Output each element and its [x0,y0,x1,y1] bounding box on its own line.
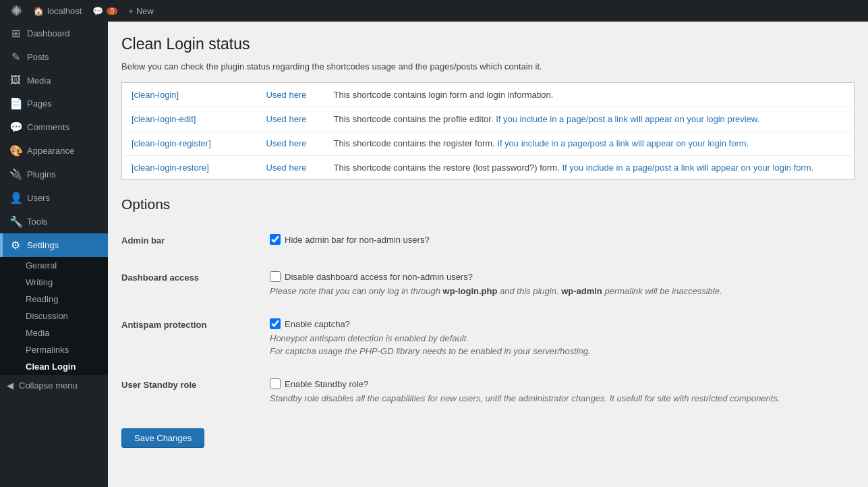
admin-bar-checkbox-label: Hide admin bar for non-admin users? [285,235,430,245]
dashboard-icon: ⊞ [9,27,22,40]
sidebar-label-users: Users [27,193,50,203]
comments-count: 0 [107,7,117,15]
sidebar-item-comments[interactable]: 💬 Comments [0,115,108,139]
sidebar-item-settings[interactable]: ⚙ Settings [0,233,108,257]
shortcode-desc-highlight-4: If you include in a page/post a link wil… [562,163,813,173]
shortcode-name-4[interactable]: [clean-login-restore] [122,156,257,180]
dashboard-access-note-bold1: wp-login.php [443,286,498,296]
antispam-checkbox-label: Enable captcha? [285,319,350,329]
sidebar-item-pages[interactable]: 📄 Pages [0,92,108,115]
submenu-item-permalinks[interactable]: Permalinks [0,341,108,358]
home-icon: 🏠 [33,6,44,16]
appearance-icon: 🎨 [9,144,22,157]
sidebar-item-dashboard[interactable]: ⊞ Dashboard [0,22,108,45]
dashboard-access-label[interactable]: Disable dashboard access for non-admin u… [270,271,855,282]
option-label-dashboard-access: Dashboard access [121,271,270,283]
collapse-menu-button[interactable]: ◀ Collapse menu [0,375,108,396]
collapse-label: Collapse menu [19,380,78,391]
sidebar-item-media[interactable]: 🖼 Media [0,69,108,92]
option-row-admin-bar: Admin bar Hide admin bar for non-admin u… [121,223,855,260]
dashboard-access-note: Please note that you can only log in thr… [270,286,855,296]
shortcode-desc-highlight-2: If you include in a page/post a link wil… [496,114,759,124]
wp-logo-icon[interactable]: ✺ [5,3,28,19]
option-row-antispam: Antispam protection Enable captcha? Hone… [121,308,855,368]
shortcode-desc-4: This shortcode contains the restore (los… [324,156,855,180]
shortcode-row-2: [clean-login-edit] Used here This shortc… [122,107,855,132]
adminbar-new[interactable]: + New [123,6,159,16]
sidebar-label-settings: Settings [27,240,59,250]
shortcode-used-3[interactable]: Used here [257,132,324,156]
admin-bar-checkbox[interactable] [270,234,281,245]
shortcode-name-3[interactable]: [clean-login-register] [122,132,257,156]
sidebar-item-posts[interactable]: ✎ Posts [0,45,108,69]
plugins-icon: 🔌 [9,168,22,181]
shortcode-name-1[interactable]: [clean-login] [122,83,257,107]
collapse-icon: ◀ [7,380,13,391]
sidebar-label-appearance: Appearance [27,146,74,156]
option-content-standby-role: Enable Standby role? Standby role disabl… [270,378,855,403]
option-label-standby-role: User Standby role [121,378,270,390]
main-content: Clean Login status Below you can check t… [108,22,868,487]
submenu-item-clean-login[interactable]: Clean Login [0,358,108,375]
save-changes-button[interactable]: Save Changes [121,428,204,448]
standby-role-checkbox-label: Enable Standby role? [285,379,368,389]
submenu-item-media-settings[interactable]: Media [0,324,108,341]
standby-role-label[interactable]: Enable Standby role? [270,378,855,389]
sidebar-label-plugins: Plugins [27,169,56,179]
standby-role-checkbox[interactable] [270,378,281,389]
shortcode-desc-2: This shortcode contains the profile edit… [324,107,855,132]
shortcode-desc-1: This shortcode contains login form and l… [324,83,855,107]
submenu-item-reading[interactable]: Reading [0,291,108,308]
shortcode-name-2[interactable]: [clean-login-edit] [122,107,257,132]
comments-icon: 💬 [92,6,103,16]
page-title: Clean Login status [121,35,855,53]
sidebar-label-tools: Tools [27,217,47,227]
save-section: Save Changes [121,415,855,461]
sidebar-item-users[interactable]: 👤 Users [0,186,108,210]
shortcode-used-2[interactable]: Used here [257,107,324,132]
sidebar-item-appearance[interactable]: 🎨 Appearance [0,139,108,163]
settings-icon: ⚙ [9,239,22,252]
sidebar-label-media: Media [27,76,51,86]
posts-icon: ✎ [9,51,22,63]
shortcode-used-1[interactable]: Used here [257,83,324,107]
shortcode-desc-text-1: This shortcode contains login form and l… [334,90,554,100]
submenu-item-discussion[interactable]: Discussion [0,308,108,324]
shortcode-row-4: [clean-login-restore] Used here This sho… [122,156,855,180]
antispam-note1: Honeypot antispam detection is enabled b… [270,333,855,343]
shortcode-desc-highlight-3: If you include in a page/post a link wil… [497,138,749,148]
submenu-item-general[interactable]: General [0,257,108,274]
option-content-admin-bar: Hide admin bar for non-admin users? [270,234,855,249]
antispam-checkbox[interactable] [270,318,281,329]
new-label: New [136,6,154,16]
sidebar-item-plugins[interactable]: 🔌 Plugins [0,163,108,186]
shortcode-row-3: [clean-login-register] Used here This sh… [122,132,855,156]
sidebar: ⊞ Dashboard ✎ Posts 🖼 Media 📄 Pages 💬 Co… [0,22,108,487]
dashboard-access-checkbox-label: Disable dashboard access for non-admin u… [285,272,473,282]
option-content-dashboard-access: Disable dashboard access for non-admin u… [270,271,855,296]
shortcode-desc-3: This shortcode contains the register for… [324,132,855,156]
option-label-antispam: Antispam protection [121,318,270,330]
shortcode-row-1: [clean-login] Used here This shortcode c… [122,83,855,107]
site-name: localhost [47,6,82,16]
sidebar-item-tools[interactable]: 🔧 Tools [0,210,108,233]
dashboard-access-note-bold2: wp-admin [561,286,602,296]
media-icon: 🖼 [9,74,22,86]
comments-menu-icon: 💬 [9,121,22,134]
option-row-dashboard-access: Dashboard access Disable dashboard acces… [121,260,855,308]
antispam-label[interactable]: Enable captcha? [270,318,855,329]
option-row-standby-role: User Standby role Enable Standby role? S… [121,368,855,415]
admin-bar: ✺ 🏠 localhost 💬 0 + New [0,0,868,22]
submenu-item-writing[interactable]: Writing [0,274,108,291]
shortcode-used-4[interactable]: Used here [257,156,324,180]
dashboard-access-checkbox[interactable] [270,271,281,282]
standby-role-note: Standby role disables all the capabiliti… [270,393,855,403]
settings-submenu: General Writing Reading Discussion Media… [0,257,108,375]
page-description: Below you can check the plugin status re… [121,61,855,71]
adminbar-comments[interactable]: 💬 0 [87,0,123,22]
shortcodes-table: [clean-login] Used here This shortcode c… [121,82,855,180]
admin-bar-label[interactable]: Hide admin bar for non-admin users? [270,234,855,245]
sidebar-label-comments: Comments [27,122,69,132]
adminbar-site[interactable]: 🏠 localhost [28,0,87,22]
option-label-admin-bar: Admin bar [121,234,270,246]
